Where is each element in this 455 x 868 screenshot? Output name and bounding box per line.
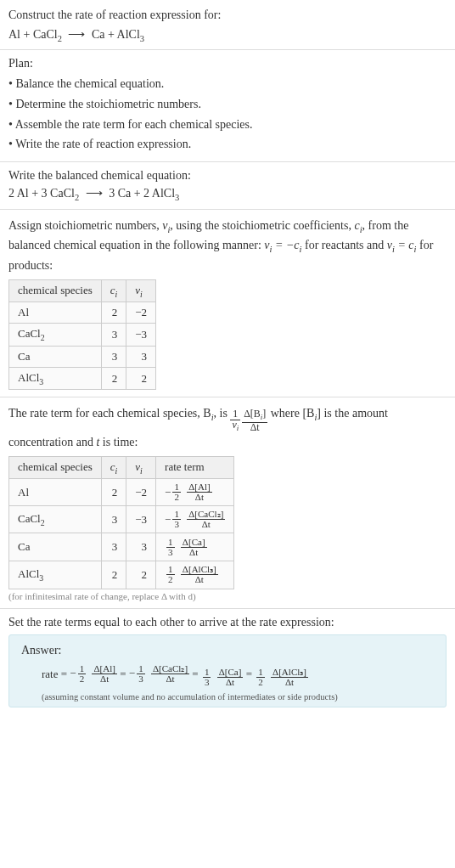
den: Δt	[181, 548, 207, 557]
table-row: Al 2 −2 −12 Δ[Al]Δt	[9, 479, 234, 506]
problem-statement: Construct the rate of reaction expressio…	[0, 0, 455, 50]
cell-ci: 3	[101, 506, 126, 533]
arrow-icon: ⟶	[65, 27, 88, 42]
den: 3	[166, 548, 175, 557]
text: AlCl	[18, 371, 39, 384]
den: 2	[166, 575, 175, 584]
num: 1	[203, 668, 211, 678]
col-nui: νi	[126, 279, 156, 302]
rate-formula: 1νi Δ[Bi]Δt	[230, 409, 267, 432]
den: 3	[203, 678, 211, 687]
cell-ci: 2	[101, 561, 126, 589]
final-section: Set the rate terms equal to each other t…	[0, 609, 455, 714]
text: AlCl	[18, 567, 39, 580]
num: 1	[137, 664, 145, 674]
cell-nui: 2	[126, 367, 156, 390]
den: Δt	[187, 493, 212, 502]
num: Δ[Ca]	[217, 668, 244, 678]
num: Δ[Al]	[92, 664, 117, 674]
table-row: Al 2 −2	[9, 302, 156, 324]
eq-sign: =	[246, 667, 256, 679]
sign: −	[129, 667, 135, 680]
text: , is	[214, 407, 231, 420]
plan-list: Balance the chemical equation. Determine…	[8, 74, 447, 154]
eq-sign: =	[192, 667, 201, 679]
eq-lhs: 2 Al + 3 CaCl	[8, 187, 75, 200]
subscript: 3	[39, 573, 43, 583]
cell-rate: 12 Δ[AlCl₃]Δt	[156, 561, 234, 589]
eq-rhs: Ca + AlCl	[92, 28, 140, 41]
den: Δt	[151, 674, 189, 684]
cell-species: Ca	[9, 346, 102, 367]
rate-term-table: chemical species ci νi rate term Al 2 −2…	[8, 456, 234, 589]
subscript: i	[115, 465, 118, 475]
text: for reactants and	[301, 239, 386, 251]
table-header-row: chemical species ci νi	[9, 279, 156, 302]
nu-i: νi	[162, 219, 170, 232]
cell-nui: 2	[126, 561, 156, 589]
frac-db-dt: Δ[Bi]Δt	[242, 409, 267, 432]
table-header-row: chemical species ci νi rate term	[9, 456, 234, 479]
c-i: ci	[354, 219, 362, 232]
sign: −	[165, 513, 171, 527]
subscript: 2	[41, 518, 45, 527]
subscript: i	[140, 289, 143, 298]
subscript: 3	[175, 193, 179, 202]
col-rate: rate term	[156, 456, 234, 479]
table-row: CaCl2 3 −3	[9, 324, 156, 347]
subscript: i	[237, 425, 239, 433]
num: 1	[78, 664, 87, 674]
cell-ci: 3	[101, 324, 126, 347]
rate-term-intro: The rate term for each chemical species,…	[8, 404, 447, 450]
cell-ci: 3	[101, 346, 126, 367]
arrow-icon: ⟶	[82, 186, 106, 200]
subscript: i	[392, 245, 395, 254]
num: Δ[CaCl₂]	[151, 664, 189, 674]
subscript: i	[270, 245, 272, 254]
plan-item: Assemble the rate term for each chemical…	[8, 115, 447, 135]
cell-species: Al	[9, 302, 102, 324]
final-label: Set the rate terms equal to each other t…	[8, 616, 447, 629]
den: Δt	[92, 674, 117, 684]
answer-note: (assuming constant volume and no accumul…	[21, 692, 434, 702]
col-ci: ci	[101, 456, 126, 479]
plan-section: Plan: Balance the chemical equation. Det…	[0, 50, 455, 161]
eq-sign: =	[120, 667, 129, 679]
text: Δ[B	[244, 408, 261, 420]
den: 2	[172, 493, 181, 502]
text: CaCl	[18, 512, 41, 525]
den: Δt	[187, 520, 225, 529]
balanced-equation: 2 Al + 3 CaCl2 ⟶ 3 Ca + 2 AlCl3	[8, 186, 447, 202]
rate-footnote: (for infinitesimal rate of change, repla…	[8, 591, 447, 601]
den: Δt	[181, 575, 218, 584]
balanced-label: Write the balanced chemical equation:	[8, 169, 447, 183]
cell-nui: −3	[126, 324, 156, 347]
answer-label: Answer:	[21, 644, 434, 657]
den: 3	[172, 520, 181, 529]
den: Δt	[271, 678, 308, 687]
subscript: 2	[41, 333, 45, 342]
subscript: 3	[140, 33, 144, 42]
subscript: 3	[39, 376, 43, 386]
col-species: chemical species	[9, 456, 102, 479]
sign: −	[70, 667, 76, 680]
eq-reactant: νi = −ci	[264, 239, 301, 251]
subscript: i	[140, 465, 143, 475]
cell-rate: −12 Δ[Al]Δt	[156, 479, 234, 506]
den: Δt	[217, 678, 244, 687]
cell-species: Ca	[9, 533, 102, 561]
subscript: i	[115, 289, 118, 298]
cell-species: AlCl3	[9, 561, 102, 589]
cell-ci: 2	[101, 367, 126, 390]
text: is time:	[99, 436, 138, 448]
eq-rhs: 3 Ca + 2 AlCl	[109, 187, 175, 200]
cell-species: Al	[9, 479, 102, 506]
cell-nui: −3	[126, 506, 156, 533]
cell-ci: 2	[101, 302, 126, 324]
den: 3	[137, 674, 145, 684]
col-ci: ci	[101, 279, 126, 302]
answer-rate: rate = −12 Δ[Al]Δt = −13 Δ[CaCl₂]Δt = 13…	[21, 664, 434, 687]
num: 1	[256, 668, 265, 678]
table-row: AlCl3 2 2	[9, 367, 156, 390]
frac-1-nu: 1νi	[230, 409, 240, 432]
